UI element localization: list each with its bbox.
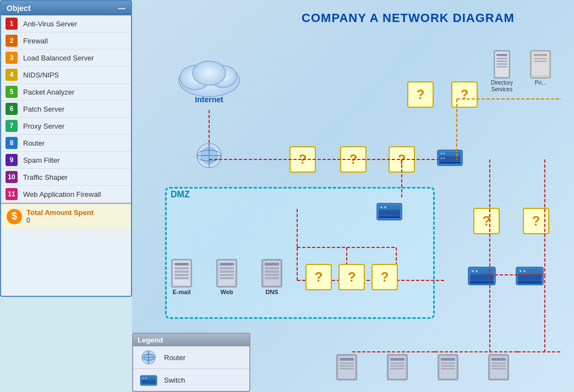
bottom-server-2[interactable] (385, 354, 409, 381)
legend-header: Legend (133, 334, 249, 346)
web-label: Web (220, 289, 233, 295)
dmz-email-server[interactable]: E-mail (170, 258, 194, 295)
sidebar-item-nidsnips[interactable]: 4 NIDS/NIPS (1, 67, 131, 84)
svg-rect-57 (379, 216, 400, 218)
item-badge-7: 7 (6, 120, 18, 132)
item-badge-2: 2 (6, 35, 18, 47)
dmz-top-server[interactable] (374, 198, 404, 228)
sidebar-item-load-balanced-server[interactable]: 3 Load Balanced Server (1, 49, 131, 67)
svg-rect-76 (265, 263, 279, 266)
dmz-question-box-1[interactable]: ? (305, 264, 332, 290)
right-switch-2[interactable] (515, 263, 545, 290)
svg-rect-112 (441, 368, 455, 369)
bottom-server-1[interactable] (335, 354, 359, 381)
dollar-icon: $ (7, 209, 22, 224)
svg-point-38 (444, 153, 445, 154)
svg-point-37 (441, 153, 442, 154)
right-question-box-2[interactable]: ? (523, 208, 549, 234)
legend-switch-icon (139, 372, 158, 388)
bottom-server-svg-1 (335, 354, 359, 381)
svg-rect-118 (491, 368, 506, 369)
item-badge-10: 10 (6, 171, 18, 183)
question-box-3[interactable]: ? (389, 146, 415, 173)
svg-rect-51 (534, 58, 547, 59)
svg-rect-73 (220, 277, 234, 279)
svg-rect-80 (265, 277, 279, 279)
right-qbox-2[interactable]: ? (523, 208, 549, 234)
sidebar-close-btn[interactable]: — (118, 4, 125, 13)
qbox-top-2[interactable]: ? (451, 81, 478, 108)
svg-rect-45 (496, 60, 507, 62)
qbox-1[interactable]: ? (289, 146, 316, 173)
svg-rect-103 (390, 358, 404, 361)
qbox-3[interactable]: ? (389, 146, 415, 173)
legend-switch-svg (139, 372, 158, 388)
right-question-box-1[interactable]: ? (473, 208, 500, 234)
dmz-dns-server[interactable]: DNS (260, 258, 284, 295)
svg-rect-52 (534, 60, 547, 62)
svg-rect-69 (220, 263, 234, 266)
dmz-qbox-1[interactable]: ? (305, 264, 332, 290)
right-switch-1[interactable] (467, 263, 497, 290)
qbox-2[interactable]: ? (340, 146, 367, 173)
sidebar-item-patch-server[interactable]: 6 Patch Server (1, 101, 131, 118)
sidebar-item-web-application-firewall[interactable]: 11 Web Application Firewall (1, 186, 131, 203)
email-server-svg (170, 258, 194, 289)
sidebar-item-router[interactable]: 8 Router (1, 135, 131, 152)
question-box-top-2[interactable]: ? (451, 81, 478, 108)
svg-rect-98 (340, 362, 354, 364)
sidebar-item-firewall[interactable]: 2 Firewall (1, 32, 131, 49)
item-label-1: Anti-Virus Server (23, 20, 77, 28)
question-box-top-1[interactable]: ? (407, 81, 434, 108)
dmz-qbox-3[interactable]: ? (371, 264, 398, 290)
switch-svg-1 (435, 142, 465, 172)
sidebar-item-packet-analyzer[interactable]: 5 Packet Analyzer (1, 84, 131, 101)
bottom-server-svg-2 (385, 354, 409, 381)
dmz-question-box-2[interactable]: ? (338, 264, 365, 290)
item-badge-11: 11 (6, 188, 18, 200)
question-box-1[interactable]: ? (289, 146, 316, 173)
switch-node-1[interactable] (435, 142, 465, 172)
email-label: E-mail (172, 289, 190, 295)
right-qbox-1[interactable]: ? (473, 208, 500, 234)
router-node-main[interactable] (195, 142, 223, 169)
dmz-qbox-2[interactable]: ? (338, 264, 365, 290)
internet-label: Internet (195, 95, 223, 104)
svg-rect-105 (390, 365, 404, 367)
svg-rect-111 (441, 365, 455, 367)
lb-server-svg (374, 198, 404, 228)
dmz-web-server[interactable]: Web (215, 258, 239, 295)
item-label-2: Firewall (23, 37, 48, 45)
sidebar-item-spam-filter[interactable]: 9 Spam Filter (1, 152, 131, 169)
item-label-5: Packet Analyzer (23, 88, 74, 96)
item-badge-8: 8 (6, 137, 18, 149)
svg-point-128 (143, 378, 144, 379)
svg-rect-43 (496, 54, 507, 56)
router-svg (195, 142, 223, 169)
sidebar-item-proxy-server[interactable]: 7 Proxy Server (1, 118, 131, 135)
diagram-title: COMPANY A NETWORK DIAGRAM (242, 11, 574, 25)
svg-rect-110 (441, 362, 455, 364)
bottom-server-4[interactable] (486, 354, 511, 381)
sidebar: Object — 1 Anti-Virus Server 2 Firewall … (0, 0, 132, 297)
qbox-top-1[interactable]: ? (407, 81, 434, 108)
sidebar-item-traffic-shaper[interactable]: 10 Traffic Shaper (1, 169, 131, 186)
svg-rect-56 (379, 211, 400, 215)
item-badge-3: 3 (6, 52, 18, 64)
svg-point-58 (380, 206, 382, 208)
svg-point-86 (472, 270, 474, 272)
legend: Legend Router (132, 333, 250, 392)
sidebar-item-anti-virus-server[interactable]: 1 Anti-Virus Server (1, 15, 131, 32)
bottom-server-3[interactable] (436, 354, 460, 381)
item-badge-6: 6 (6, 103, 18, 115)
bottom-server-svg-4 (486, 354, 511, 381)
printer-svg (528, 49, 553, 80)
item-label-4: NIDS/NIPS (23, 71, 59, 79)
svg-rect-35 (439, 157, 461, 161)
question-box-2[interactable]: ? (340, 146, 367, 173)
dmz-question-box-3[interactable]: ? (371, 264, 398, 290)
right-switch-svg-2 (515, 263, 545, 290)
directory-services: DirectoryServices (490, 49, 514, 93)
svg-point-93 (520, 270, 522, 272)
svg-rect-72 (220, 274, 234, 276)
